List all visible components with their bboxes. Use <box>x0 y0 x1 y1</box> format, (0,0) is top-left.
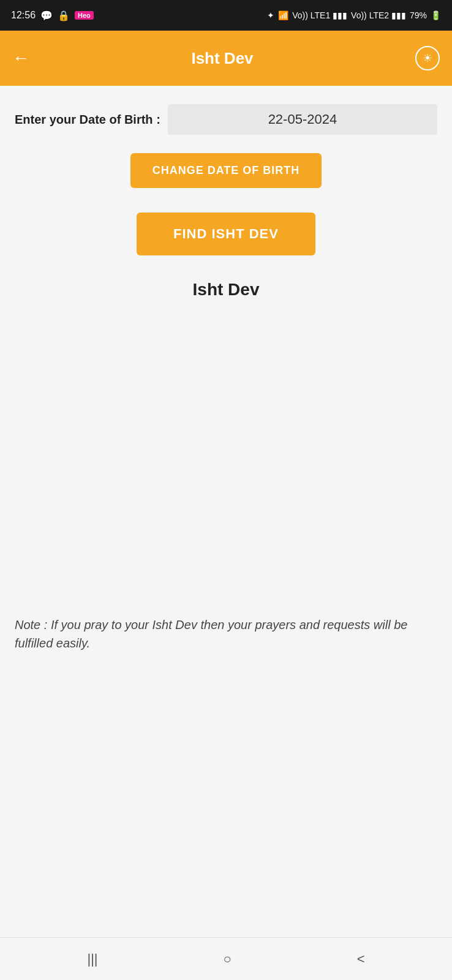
battery-level: 79% <box>410 10 427 20</box>
dob-label: Enter your Date of Birth : <box>15 113 160 127</box>
status-left: 12:56 💬 🔒 Heo <box>11 10 94 21</box>
dob-row: Enter your Date of Birth : <box>15 104 437 135</box>
bluetooth-icon: ✦ <box>267 10 274 20</box>
back-button[interactable]: ← <box>12 48 29 68</box>
app-bar: ← Isht Dev ☀ <box>0 31 452 86</box>
message-icon: 💬 <box>40 10 53 21</box>
wifi-icon: 📶 <box>278 10 288 20</box>
lock-icon: 🔒 <box>58 10 70 21</box>
back-nav-icon[interactable]: < <box>357 951 365 967</box>
menu-icon[interactable]: ||| <box>87 951 97 967</box>
battery-icon: 🔋 <box>431 10 441 20</box>
result-title: Isht Dev <box>15 280 437 300</box>
spacer <box>0 671 452 938</box>
signal-lte1: Vo)) LTE1 ▮▮▮ <box>292 10 347 20</box>
note-text: Note : If you pray to your Isht Dev then… <box>15 616 437 652</box>
dob-input[interactable] <box>168 104 437 135</box>
signal-lte2: Vo)) LTE2 ▮▮▮ <box>351 10 406 20</box>
brightness-button[interactable]: ☀ <box>415 46 440 70</box>
time-display: 12:56 <box>11 10 36 21</box>
brightness-icon: ☀ <box>423 51 432 65</box>
home-icon[interactable]: ○ <box>223 951 231 967</box>
find-isht-dev-button[interactable]: FIND ISHT DEV <box>137 213 315 255</box>
app-bar-title: Isht Dev <box>191 49 253 68</box>
main-content: Enter your Date of Birth : CHANGE DATE O… <box>0 86 452 597</box>
status-bar: 12:56 💬 🔒 Heo ✦ 📶 Vo)) LTE1 ▮▮▮ Vo)) LTE… <box>0 0 452 31</box>
bottom-nav: ||| ○ < <box>0 937 452 980</box>
heo-badge: Heo <box>75 11 94 20</box>
note-section: Note : If you pray to your Isht Dev then… <box>0 597 452 671</box>
status-right: ✦ 📶 Vo)) LTE1 ▮▮▮ Vo)) LTE2 ▮▮▮ 79% 🔋 <box>267 10 441 20</box>
change-dob-button[interactable]: CHANGE DATE OF BIRTH <box>130 153 322 188</box>
